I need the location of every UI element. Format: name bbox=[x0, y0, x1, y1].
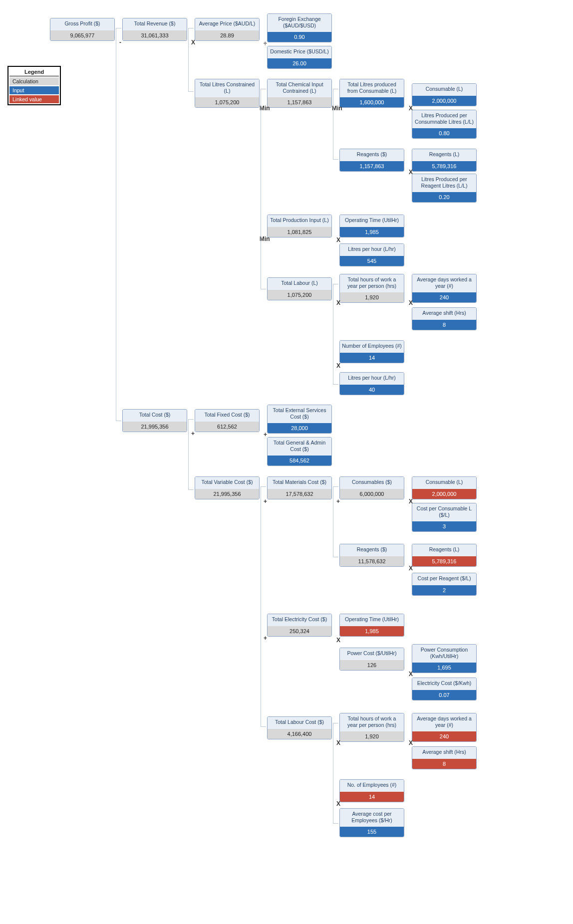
node-no-emp2: No. of Employees (#) 14 bbox=[339, 779, 404, 802]
label: Total Fixed Cost ($) bbox=[195, 410, 259, 422]
node-reagents-dollar: Reagents ($) 1,157,863 bbox=[339, 149, 404, 172]
node-elec-cost: Total Electricity Cost ($) 250,324 bbox=[267, 614, 332, 637]
label: Cost per Consumable L ($/L) bbox=[412, 503, 476, 521]
node-avg-shift2: Average shift (Hrs) 8 bbox=[412, 746, 477, 769]
op-div: ÷ bbox=[264, 40, 267, 47]
driver-tree: { "legend":{"title":"Legend","rows":["Ca… bbox=[0, 0, 573, 924]
value: 1,600,000 bbox=[340, 97, 404, 107]
value: 5,789,316 bbox=[412, 556, 476, 566]
label: Total Cost ($) bbox=[123, 410, 187, 422]
label: Reagents ($) bbox=[340, 149, 404, 161]
value: 21,995,356 bbox=[195, 489, 259, 499]
value: 0.20 bbox=[412, 192, 476, 202]
node-dom-price: Domestic Price ($USD/L) 26.00 bbox=[267, 46, 332, 69]
value: 9,065,977 bbox=[50, 30, 114, 40]
label: Reagents (L) bbox=[412, 544, 476, 556]
value: 5,789,316 bbox=[412, 161, 476, 171]
op-mult: X bbox=[409, 565, 413, 572]
label: No. of Employees (#) bbox=[340, 780, 404, 792]
node-lprod-per-cons: Litres Produced per Consumnable Litres (… bbox=[412, 110, 477, 139]
value: 2,000,000 bbox=[412, 96, 476, 106]
node-litres-from-cons: Total Litres produced from Consumable (L… bbox=[339, 79, 404, 108]
value: 155 bbox=[340, 827, 404, 837]
op-mult: X bbox=[409, 498, 413, 505]
label: Electricity Cost ($/Kwh) bbox=[412, 678, 476, 690]
node-avg-shift: Average shift (Hrs) 8 bbox=[412, 307, 477, 330]
value: 545 bbox=[340, 256, 404, 266]
node-total-prod-input: Total Production Input (L) 1,081,825 bbox=[267, 215, 332, 237]
value: 2 bbox=[412, 585, 476, 595]
value: 1,157,863 bbox=[268, 97, 331, 107]
node-power-cons: Power Consumption (Kwh/UtilHr) 1,695 bbox=[412, 644, 477, 673]
value: 1,985 bbox=[340, 227, 404, 237]
label: Total General & Admin Cost ($) bbox=[268, 438, 331, 456]
value: 1,985 bbox=[340, 626, 404, 636]
value: 3 bbox=[412, 521, 476, 531]
label: Average shift (Hrs) bbox=[412, 308, 476, 320]
label: Litres per hour (L/hr) bbox=[340, 373, 404, 385]
node-operating-time: Operating Time (UtilHr) 1,985 bbox=[339, 215, 404, 237]
label: Total Revenue ($) bbox=[123, 18, 187, 30]
node-elec-kwh: Electricity Cost ($/Kwh) 0.07 bbox=[412, 678, 477, 700]
node-avg-cost-emp: Average cost per Employees ($/Hr) 155 bbox=[339, 808, 404, 837]
value: 14 bbox=[340, 792, 404, 802]
value: 21,995,356 bbox=[123, 422, 187, 432]
node-op-time2: Operating Time (UtilHr) 1,985 bbox=[339, 614, 404, 637]
label: Operating Time (UtilHr) bbox=[340, 215, 404, 227]
label: Consumable (L) bbox=[412, 477, 476, 489]
label: Total Labour Cost ($) bbox=[268, 717, 331, 729]
label: Consumables ($) bbox=[340, 477, 404, 489]
label: Domestic Price ($USD/L) bbox=[268, 46, 331, 58]
value: 1,081,825 bbox=[268, 227, 331, 237]
node-total-fixed: Total Fixed Cost ($) 612,562 bbox=[195, 409, 260, 432]
label: Total Labour (L) bbox=[268, 278, 331, 290]
value: 1,695 bbox=[412, 663, 476, 673]
value: 1,157,863 bbox=[340, 161, 404, 171]
node-days-year: Average days worked a year (#) 240 bbox=[412, 274, 477, 303]
value: 40 bbox=[340, 385, 404, 395]
label: Number of Employees (#) bbox=[340, 341, 404, 353]
node-days-year2: Average days worked a year (#) 240 bbox=[412, 713, 477, 742]
node-cons-l2: Consumable (L) 2,000,000 bbox=[412, 476, 477, 499]
node-gross-profit: Gross Profit ($) 9,065,977 bbox=[50, 18, 115, 41]
value: 14 bbox=[340, 353, 404, 363]
legend-calc: Calculation bbox=[9, 77, 59, 85]
value: 8 bbox=[412, 759, 476, 769]
legend-link: Linked value bbox=[9, 95, 59, 103]
value: 1,920 bbox=[340, 731, 404, 741]
label: Average days worked a year (#) bbox=[412, 274, 476, 292]
node-total-labour: Total Labour (L) 1,075,200 bbox=[267, 277, 332, 300]
label: Gross Profit ($) bbox=[50, 18, 114, 30]
op-plus: + bbox=[264, 431, 267, 438]
node-mat-cost: Total Materials Cost ($) 17,578,632 bbox=[267, 476, 332, 499]
node-hrs-per-person2: Total hours of work a year per person (h… bbox=[339, 713, 404, 742]
label: Total Chemical Input Contrained (L) bbox=[268, 79, 331, 97]
op-mult: X bbox=[409, 671, 413, 678]
node-ext-svc: Total External Services Cost ($) 28,000 bbox=[267, 405, 332, 434]
node-total-cost: Total Cost ($) 21,995,356 bbox=[122, 409, 187, 432]
label: Average cost per Employees ($/Hr) bbox=[340, 809, 404, 827]
value: 31,061,333 bbox=[123, 30, 187, 40]
legend-input: Input bbox=[9, 86, 59, 94]
value: 240 bbox=[412, 292, 476, 302]
value: 26.00 bbox=[268, 58, 331, 68]
label: Litres per hour (L/hr) bbox=[340, 244, 404, 256]
label: Total hours of work a year per person (h… bbox=[340, 274, 404, 292]
node-num-emp: Number of Employees (#) 14 bbox=[339, 340, 404, 363]
label: Total Litres Constrained (L) bbox=[195, 79, 259, 97]
node-lph40: Litres per hour (L/hr) 40 bbox=[339, 372, 404, 395]
node-chem-constr: Total Chemical Input Contrained (L) 1,15… bbox=[267, 79, 332, 108]
node-lph: Litres per hour (L/hr) 545 bbox=[339, 243, 404, 266]
value: 1,920 bbox=[340, 292, 404, 302]
node-avg-price: Average Price ($AUD/L) 28.89 bbox=[195, 18, 260, 41]
label: Total Electricity Cost ($) bbox=[268, 614, 331, 626]
label: Average days worked a year (#) bbox=[412, 713, 476, 731]
node-cost-per-reag: Cost per Reagent ($/L) 2 bbox=[412, 573, 477, 596]
legend-title: Legend bbox=[9, 68, 59, 76]
label: Total Production Input (L) bbox=[268, 215, 331, 227]
label: Cost per Reagent ($/L) bbox=[412, 573, 476, 585]
op-mult: X bbox=[409, 105, 413, 112]
value: 28.89 bbox=[195, 30, 259, 40]
node-reag-l2: Reagents (L) 5,789,316 bbox=[412, 544, 477, 567]
value: 0.90 bbox=[268, 32, 331, 42]
